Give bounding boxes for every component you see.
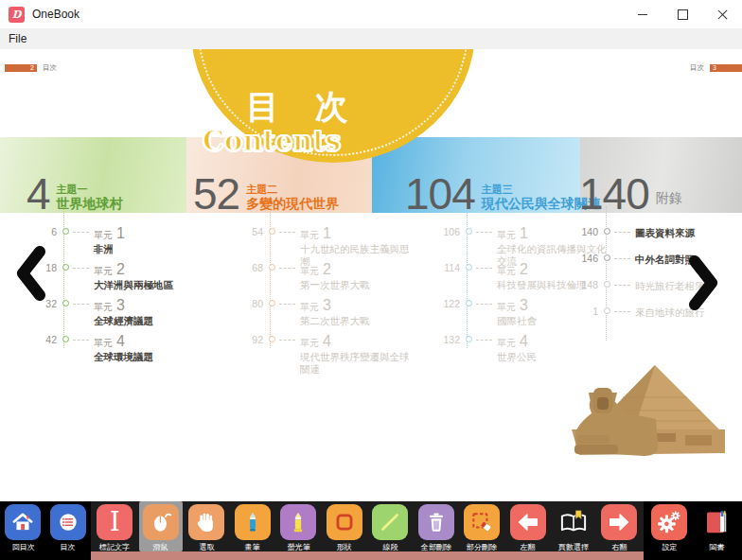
title-bar: D OneBook (0, 0, 742, 28)
close-icon (717, 9, 728, 20)
toc-item-title: 圖表資料來源 (635, 227, 742, 239)
toc-item[interactable]: 32單元3全球經濟議題 (34, 299, 207, 335)
toc-item-marker (62, 336, 69, 342)
toc-item[interactable]: 140圖表資料來源 (575, 227, 742, 254)
toc-item-title: 第二次世界大戰 (300, 315, 414, 327)
page-select-button[interactable]: 頁數選擇 (552, 501, 595, 553)
toc-item-unit: 單元1 (300, 227, 414, 242)
maximize-button[interactable] (662, 0, 702, 28)
partial-delete-button[interactable]: 部分刪除 (460, 501, 504, 553)
trash-icon (418, 504, 454, 540)
tool-label: 設定 (662, 542, 677, 552)
toc-item-page: 122 (437, 299, 460, 309)
section-theme: 主題一 (57, 184, 123, 196)
toc-item-unit: 單元2 (94, 263, 207, 278)
section-title: 多變的現代世界 (246, 196, 339, 211)
toc-item[interactable]: 68單元2第一次世界大戰 (240, 263, 414, 299)
mouse-button[interactable]: 滑鼠 (139, 501, 183, 551)
tool-label: 螢光筆 (287, 542, 309, 552)
toc-item-dash (279, 340, 295, 341)
toc-item-page: 92 (240, 335, 263, 345)
toc-item-marker (604, 228, 610, 235)
onebook-logo-icon: D (9, 7, 25, 23)
page-left-button[interactable]: 左翻 (506, 501, 550, 553)
hand-icon (188, 504, 224, 540)
back-to-toc-button[interactable]: 回目次 (1, 501, 44, 553)
section-page-number: 4 (26, 175, 50, 213)
toc-item-page: 42 (34, 335, 57, 345)
toc-item-dash (614, 232, 630, 233)
onebook-window: D OneBook File 2 目次 目次 3 4主題一世界地球村6單元1非洲… (0, 0, 742, 560)
toc-item-page: 6 (34, 227, 57, 237)
tool-label: 部分刪除 (467, 542, 497, 552)
next-page-arrow[interactable] (685, 255, 721, 314)
toc-title: 目 次 (246, 85, 362, 130)
page-number-tab: 3 (710, 64, 742, 72)
toc-item-dash (614, 258, 630, 259)
select-button[interactable]: 選取 (185, 501, 228, 553)
book-closed-icon (698, 504, 734, 540)
toc-item-dash (73, 232, 89, 233)
section-page-number: 52 (193, 175, 239, 213)
menu-bar: File (0, 28, 742, 50)
section-page-number: 104 (405, 175, 475, 213)
book-open-icon (556, 504, 592, 540)
toc-item-page: 106 (437, 227, 460, 237)
highlighter-button[interactable]: 螢光筆 (276, 501, 320, 553)
chevron-right-icon (685, 255, 721, 310)
mouse-icon (143, 504, 179, 540)
toc-item-dash (614, 285, 630, 286)
toc-item[interactable]: 18單元2大洋洲與兩極地區 (34, 263, 207, 299)
mark-text-button[interactable]: I標記文字 (93, 501, 136, 553)
menu-file[interactable]: File (0, 32, 35, 45)
toc-item-page: 54 (240, 227, 263, 237)
shape-button[interactable]: 形狀 (323, 501, 366, 553)
tool-label: 滑鼠 (153, 542, 168, 552)
toc-item-title: 全球環境議題 (94, 351, 207, 363)
bottom-toolbar: 回目次目次 I標記文字滑鼠選取畫筆螢光筆形狀線段全部刪除部分刪除左翻頁數選擇右翻… (0, 501, 742, 560)
toc-item-unit: 單元3 (300, 299, 414, 314)
toc-item-page: 132 (437, 335, 460, 345)
toc-item-dash (476, 340, 492, 341)
line-button[interactable]: 線段 (368, 501, 412, 553)
prev-page-arrow[interactable] (13, 246, 49, 305)
toc-item[interactable]: 6單元1非洲 (34, 227, 207, 263)
toc-item-marker (269, 336, 275, 342)
tool-label: 全部刪除 (420, 542, 450, 552)
close-button[interactable] (702, 0, 742, 28)
gear-icon (651, 504, 687, 540)
toc-item-marker (466, 264, 472, 271)
toc-button[interactable]: 目次 (46, 501, 90, 553)
book-page: 2 目次 目次 3 4主題一世界地球村6單元1非洲18單元2大洋洲與兩極地區32… (0, 49, 742, 501)
minimize-button[interactable] (623, 0, 662, 28)
toc-item-marker (604, 281, 610, 288)
list-icon (50, 504, 86, 540)
toc-item[interactable]: 54單元1十九世紀的民族主義與思潮 (240, 227, 414, 263)
tool-label: 回目次 (11, 542, 34, 552)
toc-item-page: 146 (575, 254, 598, 264)
highlighter-icon (280, 504, 316, 540)
toc-item-page: 80 (240, 299, 263, 309)
text-i-icon: I (97, 504, 132, 540)
toc-item-marker (269, 264, 275, 271)
settings-button[interactable]: 設定 (647, 501, 691, 553)
toc-item-dash (73, 340, 89, 341)
page-tab-label: 目次 (43, 63, 57, 73)
toc-item[interactable]: 80單元3第二次世界大戰 (240, 299, 414, 335)
page-right-button[interactable]: 右翻 (597, 501, 641, 553)
toc-item-unit: 單元3 (94, 299, 207, 314)
tool-label: 右翻 (611, 542, 627, 552)
toc-item-dash (476, 304, 492, 305)
toc-item[interactable]: 42單元4全球環境議題 (34, 335, 207, 371)
delete-all-button[interactable]: 全部刪除 (415, 501, 458, 553)
section-header: 140附錄 (579, 137, 682, 218)
toc-item[interactable]: 92單元4現代世界秩序變遷與全球關連 (240, 335, 414, 371)
tool-label: 左翻 (520, 542, 535, 552)
toc-item-marker (269, 228, 275, 235)
pen-button[interactable]: 畫筆 (231, 501, 274, 553)
toc-item-unit: 單元1 (94, 227, 207, 242)
toc-item-marker (466, 300, 472, 306)
toc-item-page: 114 (437, 263, 460, 273)
close-book-button[interactable]: 闔書 (695, 501, 738, 553)
toc-item-unit: 單元2 (300, 263, 414, 278)
